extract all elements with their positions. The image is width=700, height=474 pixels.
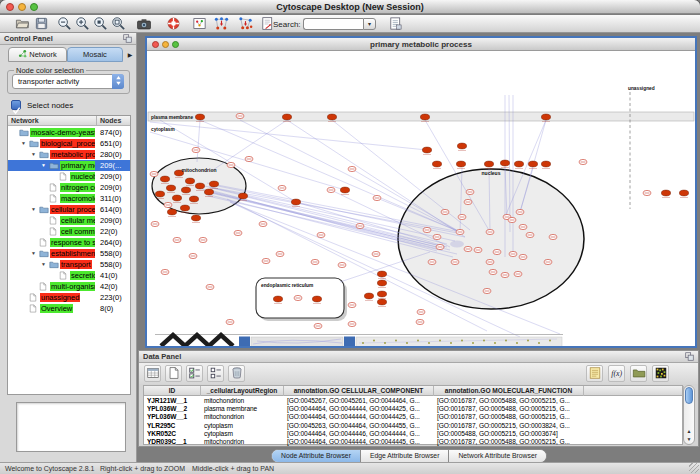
page-icon[interactable] — [386, 16, 404, 32]
tree-row[interactable]: response to stimul264(0) — [8, 237, 130, 248]
graph-node[interactable] — [466, 189, 474, 194]
graph-edge[interactable] — [150, 122, 427, 150]
graph-node[interactable] — [441, 209, 449, 214]
graph-node[interactable] — [519, 224, 527, 229]
graph-node[interactable] — [161, 269, 169, 274]
table-row[interactable]: YKR052Ccytoplasm[GO:0044464, GO:0044446,… — [144, 430, 682, 438]
disclosure-arrow-icon[interactable]: ▼ — [41, 259, 46, 270]
graph-node[interactable] — [314, 323, 322, 328]
search-input[interactable] — [303, 18, 363, 30]
graph-node[interactable] — [317, 232, 325, 237]
graph-node[interactable] — [428, 259, 436, 264]
notes-icon[interactable] — [586, 365, 603, 382]
graph-edge[interactable] — [197, 120, 200, 162]
graph-node[interactable] — [516, 209, 524, 214]
graph-node[interactable] — [199, 237, 207, 242]
disclosure-arrow-icon[interactable]: ▼ — [31, 248, 36, 259]
table-row[interactable]: YPL036W__2plasma membrane[GO:0044464, GO… — [144, 405, 682, 413]
graph-node-selected[interactable] — [661, 190, 670, 198]
new-page-icon[interactable] — [165, 365, 182, 382]
graph-node-selected[interactable] — [377, 299, 386, 307]
tree-row[interactable]: secretion41(0) — [8, 270, 130, 281]
graph-node-selected[interactable] — [679, 190, 688, 198]
graph-node[interactable] — [458, 214, 466, 219]
fx-icon[interactable]: f(x) — [608, 365, 625, 382]
graph-node[interactable] — [348, 321, 356, 326]
disclosure-arrow-icon[interactable]: ▼ — [21, 138, 26, 149]
graph-node[interactable] — [151, 221, 159, 226]
graph-node[interactable] — [456, 229, 464, 234]
graph-node-selected[interactable] — [364, 293, 373, 301]
column-header[interactable]: ID — [144, 386, 201, 396]
graph-node[interactable] — [227, 162, 235, 167]
graph-node[interactable] — [164, 202, 172, 207]
graph-node[interactable] — [464, 199, 472, 204]
search-dropdown-button[interactable] — [363, 18, 376, 30]
graph-node[interactable] — [549, 234, 557, 239]
snapshot-icon[interactable] — [135, 16, 153, 32]
birdseye-view[interactable] — [16, 402, 126, 452]
table-row[interactable]: YPL036W__1mitochondrion[GO:0044464, GO:0… — [144, 413, 682, 421]
graph-node[interactable] — [338, 262, 346, 267]
graph-node-selected[interactable] — [191, 215, 200, 223]
graph-node[interactable] — [262, 258, 270, 263]
graph-node-selected[interactable] — [377, 291, 386, 299]
tree-row[interactable]: macromolecule311(0) — [8, 193, 130, 204]
zoom-selected-icon[interactable] — [91, 16, 109, 32]
graph-node[interactable] — [245, 156, 253, 161]
trash-icon[interactable] — [228, 365, 245, 382]
tree-row[interactable]: nitrogen compo209(0) — [8, 182, 130, 193]
graph-node-selected[interactable] — [457, 143, 466, 151]
graph-node[interactable] — [501, 272, 509, 277]
tree-row[interactable]: unassigned223(0) — [8, 292, 130, 303]
graph-node[interactable] — [226, 319, 234, 324]
disclosure-arrow-icon[interactable]: ▼ — [31, 204, 36, 215]
matrix-icon[interactable] — [652, 365, 669, 382]
graph-node-selected[interactable] — [528, 161, 537, 169]
tree-row[interactable]: ▼transport558(0) — [8, 259, 130, 270]
node-color-dropdown[interactable]: transporter activity — [12, 74, 124, 89]
select-nodes-checkbox[interactable] — [11, 100, 21, 110]
graph-node[interactable] — [493, 249, 501, 254]
select-attrs-icon[interactable] — [186, 365, 203, 382]
scroll-down-icon[interactable] — [684, 435, 694, 443]
column-header[interactable]: _cellularLayoutRegion — [201, 386, 284, 396]
table-row[interactable]: YJR121W__1mitochondrion[GO:0045267, GO:0… — [144, 397, 682, 405]
graph-node-selected[interactable] — [484, 161, 493, 169]
column-header[interactable]: annotation.GO CELLULAR_COMPONENT — [284, 386, 434, 396]
float-panel-icon[interactable] — [123, 34, 133, 44]
scroll-up-icon[interactable] — [684, 427, 694, 435]
graph-node[interactable] — [579, 159, 587, 164]
graph-node[interactable] — [526, 232, 534, 237]
open-icon[interactable] — [13, 16, 31, 32]
tab-edge-attribute-browser[interactable]: Edge Attribute Browser — [361, 450, 450, 462]
float-panel-icon[interactable] — [685, 352, 695, 362]
tab-network[interactable]: Network — [8, 47, 67, 62]
tab-network-attribute-browser[interactable]: Network Attribute Browser — [449, 450, 546, 462]
save-icon[interactable] — [32, 16, 50, 32]
graph-node[interactable] — [436, 244, 444, 249]
graph-node-selected[interactable] — [514, 161, 523, 169]
graph-node[interactable] — [372, 251, 380, 256]
graph-node-selected[interactable] — [541, 161, 550, 169]
column-header-empty[interactable] — [584, 386, 684, 396]
graph-node[interactable] — [259, 221, 267, 226]
graph-node[interactable] — [294, 295, 302, 300]
graph-node-selected[interactable] — [422, 147, 431, 155]
graph-node-selected[interactable] — [432, 161, 441, 169]
disclosure-arrow-icon[interactable]: ▼ — [41, 160, 46, 171]
graph-node[interactable] — [236, 113, 244, 118]
tree-row[interactable]: ▼biological_process651(0) — [8, 138, 130, 149]
graph-node[interactable] — [514, 271, 522, 276]
graph-node[interactable] — [417, 309, 425, 314]
tab-overflow-arrow-icon[interactable] — [125, 49, 135, 61]
unselect-attrs-icon[interactable] — [207, 365, 224, 382]
graph-node[interactable] — [278, 185, 286, 190]
tab-node-attribute-browser[interactable]: Node Attribute Browser — [272, 450, 361, 462]
graph-node[interactable] — [150, 171, 158, 176]
graph-node-selected[interactable] — [167, 209, 176, 217]
tab-mosaic[interactable]: Mosaic — [67, 47, 123, 62]
graph-node[interactable] — [348, 166, 356, 171]
graph-node[interactable] — [544, 259, 552, 264]
tree-row[interactable]: ▼metabolic process280(0) — [8, 149, 130, 160]
